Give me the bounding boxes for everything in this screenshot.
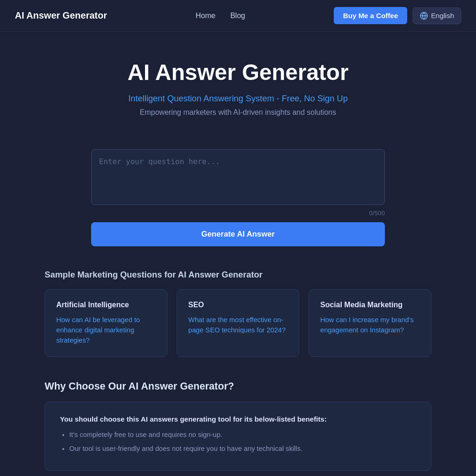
card-social-category: Social Media Marketing	[320, 301, 420, 309]
nav-logo: AI Answer Generator	[15, 10, 107, 21]
nav-home[interactable]: Home	[196, 12, 216, 20]
buy-coffee-button[interactable]: Buy Me a Coffee	[334, 7, 407, 24]
why-heading: Why Choose Our AI Answer Generator?	[45, 380, 431, 392]
char-count: 0/500	[91, 210, 385, 217]
sample-heading: Sample Marketing Questions for AI Answer…	[45, 270, 431, 280]
navbar: AI Answer Generator Home Blog Buy Me a C…	[0, 0, 476, 32]
sample-section: Sample Marketing Questions for AI Answer…	[33, 270, 443, 357]
globe-icon	[420, 12, 428, 20]
card-ai: Artificial Intelligence How can AI be le…	[45, 289, 167, 357]
hero-subtitle: Intelligent Question Answering System - …	[11, 93, 465, 104]
generate-button[interactable]: Generate AI Answer	[91, 222, 385, 246]
why-box: You should choose this AI answers genera…	[45, 402, 431, 471]
nav-blog[interactable]: Blog	[230, 12, 245, 20]
card-ai-category: Artificial Intelligence	[56, 301, 156, 309]
question-textarea[interactable]	[91, 149, 385, 205]
card-seo: SEO What are the most effective on-page …	[177, 289, 299, 357]
cards-row: Artificial Intelligence How can AI be le…	[45, 289, 431, 357]
why-box-title: You should choose this AI answers genera…	[60, 415, 416, 423]
hero-section: AI Answer Generator Intelligent Question…	[0, 32, 476, 135]
language-selector[interactable]: English	[413, 7, 461, 24]
why-section: Why Choose Our AI Answer Generator? You …	[33, 380, 443, 476]
nav-links: Home Blog	[196, 12, 245, 20]
card-social: Social Media Marketing How can I increas…	[309, 289, 431, 357]
card-seo-question[interactable]: What are the most effective on-page SEO …	[188, 315, 288, 335]
card-ai-question[interactable]: How can AI be leveraged to enhance digit…	[56, 315, 156, 345]
why-benefit-2: Our tool is user-friendly and does not r…	[69, 443, 416, 454]
card-social-question[interactable]: How can I increase my brand's engagement…	[320, 315, 420, 335]
language-label: English	[431, 12, 454, 20]
card-seo-category: SEO	[188, 301, 288, 309]
why-benefits-list: It's completely free to use and requires…	[60, 430, 416, 454]
hero-tagline: Empowering marketers with AI-driven insi…	[11, 108, 465, 117]
hero-title: AI Answer Generator	[11, 60, 465, 85]
why-benefit-1: It's completely free to use and requires…	[69, 430, 416, 440]
question-section: 0/500 Generate AI Answer	[80, 149, 396, 246]
nav-right: Buy Me a Coffee English	[334, 7, 461, 24]
